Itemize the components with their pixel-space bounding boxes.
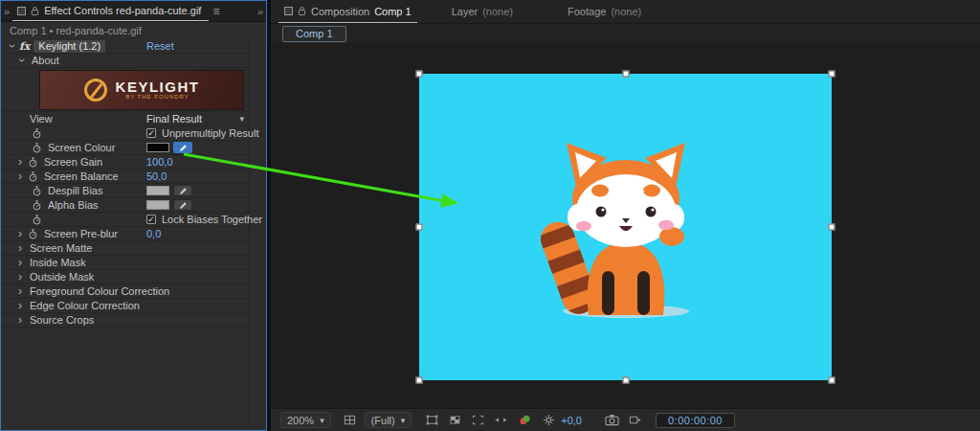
tab-value[interactable]: Comp 1 (374, 6, 412, 17)
effect-controls-tab-title[interactable]: Effect Controls red-panda-cute.gif (44, 5, 201, 16)
panel-menu-icon[interactable]: ≡ (209, 5, 223, 18)
mask-visibility-icon[interactable] (425, 413, 439, 427)
composition-viewport[interactable] (271, 43, 980, 408)
view-dropdown[interactable]: Final Result ▾ (146, 113, 244, 125)
exposure-icon[interactable] (542, 413, 556, 427)
alpha-bias-swatch[interactable] (146, 200, 169, 210)
selection-handle[interactable] (416, 71, 423, 78)
tab-composition[interactable]: Composition Comp 1 (278, 0, 417, 23)
tab-value[interactable]: (none) (611, 6, 641, 17)
tab-effect-controls[interactable]: Effect Controls red-panda-cute.gif (12, 1, 209, 21)
disclosure-icon[interactable]: › (16, 258, 24, 267)
stopwatch-icon[interactable] (32, 215, 42, 225)
eyedropper-button[interactable] (173, 199, 192, 211)
row-foreground-colour-correction: › Foreground Colour Correction (1, 284, 249, 299)
disclosure-icon[interactable]: › (16, 272, 24, 282)
selection-handle[interactable] (829, 377, 835, 384)
lock-icon[interactable] (31, 6, 39, 16)
transparency-grid-icon[interactable] (448, 413, 462, 427)
stopwatch-icon[interactable] (28, 157, 38, 168)
selection-handle[interactable] (829, 224, 835, 231)
screen-colour-swatch[interactable] (146, 143, 169, 152)
despill-bias-swatch[interactable] (146, 186, 169, 195)
selection-handle[interactable] (416, 377, 423, 384)
effect-name[interactable]: Keylight (1.2) (33, 40, 105, 53)
tab-layer[interactable]: Layer (none) (446, 0, 519, 23)
exposure-value[interactable]: +0,0 (561, 415, 582, 426)
tab-footage[interactable]: Footage (none) (562, 0, 647, 23)
selection-handle[interactable] (622, 71, 629, 78)
chevron-down-icon: ▾ (401, 416, 406, 425)
checkbox-label[interactable]: Lock Biases Together (162, 214, 262, 225)
show-snapshot-icon[interactable] (628, 413, 642, 427)
tab-label[interactable]: Composition (311, 6, 369, 17)
zoom-value[interactable]: 200% (287, 415, 314, 426)
keylight-banner: KEYLIGHT BY THE FOUNDRY (39, 70, 244, 110)
effect-controls-panel: » Effect Controls red-panda-cute.gif ≡ »… (0, 0, 267, 431)
composition-toolbar: 200% ▾ (Full) ▾ (271, 408, 980, 431)
disclosure-open-icon[interactable]: › (8, 42, 17, 50)
viewer-tab-comp1[interactable]: Comp 1 (282, 26, 346, 42)
selection-handle[interactable] (622, 377, 629, 384)
resolution-value[interactable]: (Full) (371, 415, 395, 426)
eyedropper-button[interactable] (173, 142, 192, 153)
row-source-crops: › Source Crops (1, 313, 249, 328)
row-screen-gain: › Screen Gain 100,0 (1, 155, 249, 170)
stopwatch-icon[interactable] (28, 229, 38, 239)
snapshot-camera-icon[interactable] (605, 413, 619, 427)
group-label[interactable]: Outside Mask (30, 271, 94, 283)
zoom-select[interactable]: 200% ▾ (280, 412, 331, 428)
disclosure-icon[interactable]: › (16, 286, 24, 296)
row-screen-preblur: › Screen Pre-blur 0,0 (1, 227, 249, 241)
grid-guides-icon[interactable] (343, 413, 357, 427)
lock-icon[interactable] (298, 6, 306, 16)
selection-handle[interactable] (829, 71, 835, 78)
screen-balance-value[interactable]: 50,0 (146, 170, 167, 182)
unpremultiply-checkbox[interactable]: ✓ (146, 128, 156, 138)
disclosure-icon[interactable]: › (16, 315, 24, 325)
tab-label[interactable]: Layer (452, 6, 479, 17)
row-screen-colour: Screen Colour (1, 141, 249, 155)
disclosure-open-icon[interactable]: › (17, 57, 27, 64)
eyedropper-icon (179, 187, 188, 195)
resolution-select[interactable]: (Full) ▾ (365, 412, 412, 428)
group-label[interactable]: Foreground Colour Correction (30, 285, 169, 297)
stopwatch-icon[interactable] (32, 143, 42, 153)
stopwatch-icon[interactable] (28, 171, 38, 182)
effect-controls-tabbar: » Effect Controls red-panda-cute.gif ≡ » (1, 1, 266, 22)
checkbox-label[interactable]: Unpremultiply Result (162, 127, 258, 139)
panel-overflow-right-icon[interactable]: » (255, 6, 266, 17)
comp-layer[interactable] (419, 74, 832, 380)
reset-button[interactable]: Reset (146, 40, 174, 52)
composition-panel: Composition Comp 1 Layer (none) Footage … (271, 0, 980, 431)
effect-header-row: › fx Keylight (1.2) Reset (1, 39, 249, 54)
disclosure-icon[interactable]: › (16, 229, 24, 238)
stopwatch-icon[interactable] (32, 128, 42, 139)
chevron-down-icon: ▾ (320, 416, 324, 425)
group-label[interactable]: Screen Matte (30, 242, 92, 254)
panel-overflow-left-icon[interactable]: » (1, 6, 12, 17)
selection-handle[interactable] (416, 224, 423, 231)
lock-biases-checkbox[interactable]: ✓ (146, 215, 156, 224)
screen-preblur-value[interactable]: 0,0 (146, 228, 161, 239)
group-label[interactable]: Edge Colour Correction (30, 300, 140, 311)
eyedropper-button[interactable] (173, 185, 192, 196)
timecode-display[interactable]: 0:00:00:00 (656, 413, 735, 428)
disclosure-icon[interactable]: › (16, 171, 24, 181)
fx-icon: fx (19, 40, 30, 53)
group-label[interactable]: Inside Mask (30, 257, 86, 268)
view-dropdown-value[interactable]: Final Result (146, 113, 202, 125)
screen-gain-value[interactable]: 100,0 (146, 156, 173, 168)
disclosure-icon[interactable]: › (16, 157, 24, 167)
stopwatch-icon[interactable] (32, 200, 42, 211)
stopwatch-icon[interactable] (32, 186, 42, 196)
pixel-aspect-icon[interactable] (494, 413, 508, 427)
region-of-interest-icon[interactable] (471, 413, 485, 427)
channels-icon[interactable] (518, 413, 532, 427)
disclosure-icon[interactable]: › (16, 301, 24, 310)
red-panda-image (528, 135, 724, 319)
tab-value[interactable]: (none) (482, 6, 513, 17)
disclosure-icon[interactable]: › (16, 243, 24, 253)
tab-label[interactable]: Footage (568, 6, 606, 17)
group-label[interactable]: Source Crops (30, 314, 94, 326)
